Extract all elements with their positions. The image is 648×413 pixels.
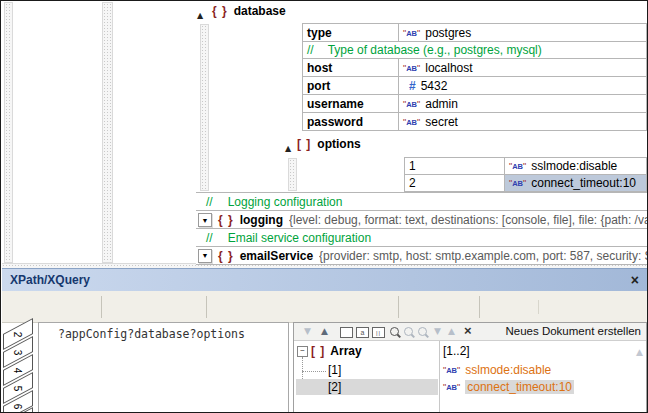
clear-results-icon[interactable]: × bbox=[464, 323, 472, 338]
number-type-icon: # bbox=[409, 79, 416, 93]
prev-result-icon[interactable]: ▼ bbox=[304, 325, 311, 338]
result-value-2-selected[interactable]: AB connect_timeout:10 bbox=[443, 380, 574, 394]
option-index-1[interactable]: 1 bbox=[404, 157, 505, 175]
field-name-type[interactable]: type bbox=[302, 23, 399, 42]
comment-slashes-icon: // bbox=[307, 43, 314, 57]
field-value-host[interactable]: ABlocalhost bbox=[398, 58, 647, 77]
database-collapse-arrow[interactable]: ▲ bbox=[197, 7, 203, 21]
array-brackets-icon: [ ] bbox=[311, 344, 325, 358]
grid-spanner-database[interactable] bbox=[200, 24, 209, 191]
grid-spanner-appconfig[interactable] bbox=[102, 2, 113, 263]
string-type-icon: AB bbox=[403, 63, 420, 73]
xpath-panel-titlebar: XPath/XQuery × bbox=[2, 268, 647, 291]
field-value-port[interactable]: #5432 bbox=[398, 76, 647, 95]
xpath-toolbar: 1 ↷<> ↷<> ↷<> ↘I XPath 3.1 // I // bbox=[2, 291, 647, 323]
copy-with-markup-icon[interactable]: a bbox=[356, 327, 369, 338]
logging-expand-arrow[interactable]: ▼ bbox=[198, 213, 212, 227]
logging-row[interactable]: ▼ { } logging {level: debug, format: tex… bbox=[196, 210, 647, 229]
result-row-1[interactable]: [1] bbox=[328, 363, 341, 377]
field-name-username[interactable]: username bbox=[302, 94, 399, 113]
string-type-icon: AB bbox=[403, 28, 420, 38]
string-type-icon: AB bbox=[443, 382, 460, 392]
comment-row-type[interactable]: //Type of database (e.g., postgres, mysq… bbox=[302, 41, 647, 59]
comment-slashes-icon: // bbox=[206, 231, 213, 245]
field-value-type[interactable]: ABpostgres bbox=[398, 23, 647, 42]
comment-slashes-icon: // bbox=[206, 195, 213, 209]
grid-spanner-root[interactable] bbox=[4, 2, 13, 263]
field-value-password[interactable]: ABsecret bbox=[398, 112, 647, 131]
database-label: database bbox=[234, 4, 286, 18]
search-up-icon[interactable] bbox=[404, 327, 413, 336]
object-braces-icon: { } bbox=[212, 4, 228, 18]
next-result-icon[interactable]: ▲ bbox=[321, 325, 328, 338]
email-service-row[interactable]: ▼ { } emailService {provider: smtp, host… bbox=[196, 246, 647, 265]
results-toolbar: ▼ ▲ a || ▼ ▲ × Neues Dokument erstellen bbox=[294, 323, 646, 341]
string-type-icon: AB bbox=[509, 161, 526, 171]
close-icon[interactable]: × bbox=[631, 273, 639, 287]
comment-row-logging[interactable]: //Logging configuration bbox=[196, 192, 647, 211]
grid-spanner-options[interactable] bbox=[288, 158, 297, 191]
search-down-icon[interactable] bbox=[418, 327, 427, 336]
field-name-password[interactable]: password bbox=[302, 112, 399, 131]
tree-column-divider[interactable] bbox=[439, 341, 440, 413]
panel-title: XPath/XQuery bbox=[10, 273, 90, 287]
field-name-host[interactable]: host bbox=[302, 58, 399, 77]
comment-row-email[interactable]: //Email service configuration bbox=[196, 228, 647, 247]
logging-preview: {level: debug, format: text, destination… bbox=[289, 213, 647, 227]
field-name-port[interactable]: port bbox=[302, 76, 399, 95]
result-value-1[interactable]: AB sslmode:disable bbox=[443, 363, 551, 377]
collapse-all-icon[interactable]: ▼ bbox=[434, 325, 441, 338]
results-pane: ▼ ▲ a || ▼ ▲ × Neues Dokument erstellen … bbox=[293, 322, 647, 413]
object-braces-icon: { } bbox=[218, 213, 234, 227]
options-label: options bbox=[317, 137, 360, 151]
xpath-query-editor[interactable]: ?appConfig?database?options bbox=[38, 322, 289, 413]
result-root-row[interactable]: [ ] Array bbox=[311, 344, 362, 358]
collapse-minus-icon[interactable]: − bbox=[297, 346, 308, 357]
email-expand-arrow[interactable]: ▼ bbox=[198, 249, 212, 263]
options-collapse-arrow[interactable]: ▲ bbox=[285, 140, 291, 154]
string-type-icon: AB bbox=[443, 365, 460, 375]
database-header[interactable]: { } database bbox=[212, 4, 286, 18]
array-brackets-icon: [ ] bbox=[297, 137, 311, 151]
scroll-up-icon[interactable]: ▲ bbox=[636, 347, 643, 357]
new-document-label[interactable]: Neues Dokument erstellen bbox=[505, 325, 641, 337]
query-expression: ?appConfig?database?options bbox=[58, 327, 245, 341]
search-icon[interactable] bbox=[390, 327, 399, 336]
copy-result-icon[interactable] bbox=[340, 327, 353, 338]
string-type-icon: AB bbox=[403, 117, 420, 127]
object-braces-icon: { } bbox=[218, 249, 234, 263]
email-preview: {provider: smtp, host: smtp.example.com,… bbox=[319, 249, 647, 263]
selected-row-highlight bbox=[296, 379, 438, 395]
option-index-2[interactable]: 2 bbox=[404, 174, 505, 192]
tree-guide-line bbox=[302, 371, 326, 372]
options-header[interactable]: [ ] options bbox=[297, 137, 361, 151]
option-value-2-selected[interactable]: ABconnect_timeout:10 bbox=[504, 174, 647, 192]
columns-view-icon[interactable]: || bbox=[372, 327, 385, 338]
app-window: ▲ { } database type ABpostgres //Type of… bbox=[0, 0, 648, 413]
field-value-username[interactable]: ABadmin bbox=[398, 94, 647, 113]
option-value-1[interactable]: ABsslmode:disable bbox=[504, 157, 647, 175]
expand-all-icon[interactable]: ▲ bbox=[448, 325, 455, 338]
string-type-icon: AB bbox=[509, 178, 526, 188]
string-type-icon: AB bbox=[403, 99, 420, 109]
result-row-2-selected[interactable]: [2] bbox=[328, 380, 341, 394]
result-root-value[interactable]: [1..2] bbox=[443, 344, 470, 358]
